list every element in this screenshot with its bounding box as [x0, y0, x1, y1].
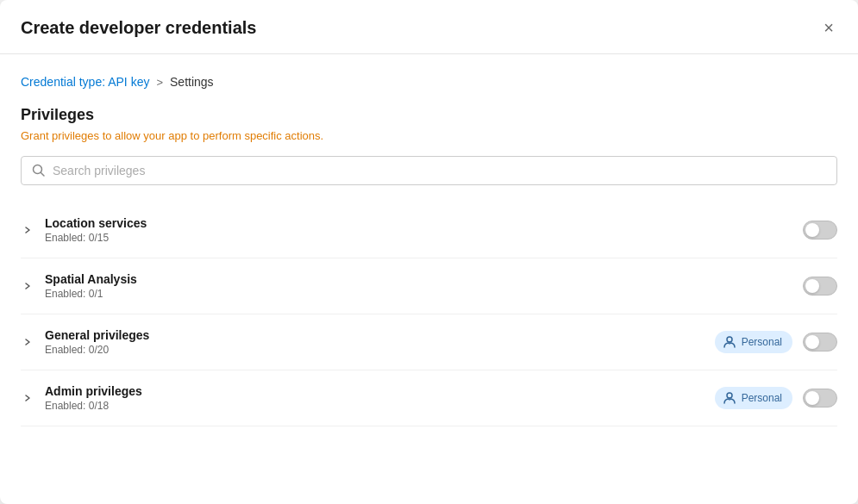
personal-badge: Personal — [715, 387, 792, 409]
breadcrumb: Credential type: API key > Settings — [21, 75, 837, 89]
privilege-enabled: Enabled: 0/20 — [45, 344, 149, 356]
modal-header: Create developer credentials × — [0, 0, 858, 54]
toggle-switch[interactable] — [803, 221, 837, 240]
search-input[interactable] — [53, 164, 826, 177]
privilege-info: Location services Enabled: 0/15 — [45, 216, 147, 244]
toggle-track — [803, 277, 837, 296]
toggle-switch[interactable] — [803, 277, 837, 296]
toggle-thumb — [805, 279, 819, 293]
privilege-name: Location services — [45, 216, 147, 230]
section-title: Privileges — [21, 106, 837, 124]
privilege-left: Spatial Analysis Enabled: 0/1 — [21, 272, 137, 300]
personal-icon — [722, 390, 737, 406]
privilege-right — [803, 221, 837, 240]
privilege-info: Spatial Analysis Enabled: 0/1 — [45, 272, 137, 300]
modal: Create developer credentials × Credentia… — [0, 0, 858, 504]
expand-chevron-icon[interactable] — [21, 338, 34, 346]
toggle-track — [803, 389, 837, 408]
privilege-name: General privileges — [45, 328, 149, 342]
privilege-row: General privileges Enabled: 0/20 Persona… — [21, 314, 837, 370]
expand-chevron-icon[interactable] — [21, 394, 34, 402]
toggle-switch[interactable] — [803, 389, 837, 408]
svg-point-2 — [727, 337, 732, 342]
search-container — [21, 156, 837, 185]
expand-chevron-icon[interactable] — [21, 226, 34, 234]
privilege-row: Location services Enabled: 0/15 — [21, 202, 837, 258]
privilege-left: Admin privileges Enabled: 0/18 — [21, 384, 142, 412]
toggle-track — [803, 221, 837, 240]
breadcrumb-step1[interactable]: Credential type: API key — [21, 75, 149, 89]
svg-line-1 — [41, 173, 45, 177]
privilege-info: General privileges Enabled: 0/20 — [45, 328, 149, 356]
modal-body: Credential type: API key > Settings Priv… — [0, 54, 858, 447]
close-button[interactable]: × — [820, 16, 837, 40]
toggle-track — [803, 333, 837, 352]
toggle-switch[interactable] — [803, 333, 837, 352]
toggle-thumb — [805, 223, 819, 237]
personal-label: Personal — [742, 392, 782, 404]
privilege-info: Admin privileges Enabled: 0/18 — [45, 384, 142, 412]
search-icon — [32, 164, 46, 177]
privilege-right: Personal — [715, 331, 837, 353]
privilege-right: Personal — [715, 387, 837, 409]
personal-label: Personal — [742, 336, 782, 348]
modal-title: Create developer credentials — [21, 18, 256, 38]
section-description: Grant privileges to allow your app to pe… — [21, 129, 837, 142]
privilege-enabled: Enabled: 0/1 — [45, 288, 137, 300]
breadcrumb-step2: Settings — [170, 75, 214, 89]
privilege-enabled: Enabled: 0/15 — [45, 232, 147, 244]
svg-point-3 — [727, 393, 732, 398]
personal-icon — [722, 334, 737, 350]
toggle-thumb — [805, 335, 819, 349]
privilege-right — [803, 277, 837, 296]
privileges-section: Privileges Grant privileges to allow you… — [21, 106, 837, 426]
privilege-row: Spatial Analysis Enabled: 0/1 — [21, 258, 837, 314]
toggle-thumb — [805, 391, 819, 405]
privilege-name: Spatial Analysis — [45, 272, 137, 286]
privilege-row: Admin privileges Enabled: 0/18 Personal — [21, 370, 837, 426]
privilege-enabled: Enabled: 0/18 — [45, 400, 142, 412]
privileges-list: Location services Enabled: 0/15 — [21, 202, 837, 426]
personal-badge: Personal — [715, 331, 792, 353]
breadcrumb-separator: > — [156, 76, 163, 89]
privilege-name: Admin privileges — [45, 384, 142, 398]
expand-chevron-icon[interactable] — [21, 282, 34, 290]
privilege-left: Location services Enabled: 0/15 — [21, 216, 147, 244]
privilege-left: General privileges Enabled: 0/20 — [21, 328, 149, 356]
